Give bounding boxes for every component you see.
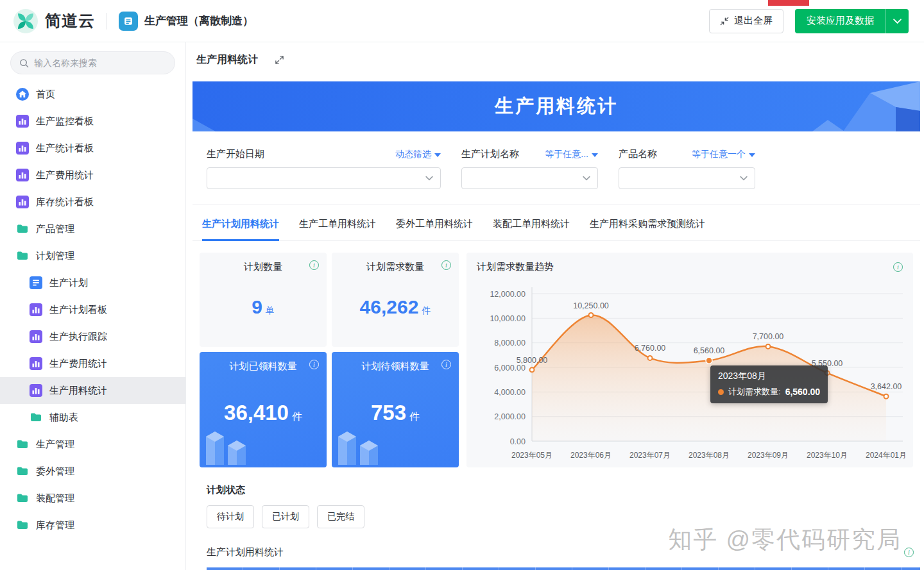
sidebar-item-label: 生产计划 bbox=[49, 277, 88, 289]
svg-text:8,000.00: 8,000.00 bbox=[494, 339, 526, 348]
install-dropdown-toggle[interactable] bbox=[886, 9, 909, 33]
status-filter-button[interactable]: 已计划 bbox=[262, 505, 309, 528]
install-app-label: 安装应用及数据 bbox=[795, 9, 886, 33]
sidebar-item[interactable]: 首页 bbox=[0, 81, 185, 108]
chevron-down-icon bbox=[583, 176, 590, 181]
sidebar-item[interactable]: 生产计划看板 bbox=[0, 296, 185, 323]
sidebar-item[interactable]: 生产费用统计 bbox=[0, 350, 185, 377]
sidebar-item-label: 委外管理 bbox=[36, 465, 74, 478]
search-icon bbox=[19, 58, 29, 68]
filter-operator-link[interactable]: 动态筛选 bbox=[395, 149, 441, 160]
info-icon[interactable] bbox=[441, 260, 451, 270]
search-input[interactable] bbox=[34, 58, 166, 68]
tab[interactable]: 生产工单用料统计 bbox=[299, 205, 376, 240]
status-filter-button[interactable]: 待计划 bbox=[207, 505, 254, 528]
folder-icon bbox=[16, 519, 29, 532]
sidebar-menu: 首页生产监控看板生产统计看板生产费用统计库存统计看板产品管理计划管理生产计划生产… bbox=[0, 81, 185, 539]
info-icon[interactable] bbox=[904, 548, 914, 557]
install-app-button[interactable]: 安装应用及数据 bbox=[795, 9, 909, 33]
sidebar-item[interactable]: 产品管理 bbox=[0, 215, 185, 242]
dashboard-icon bbox=[16, 142, 29, 155]
svg-text:10,250.00: 10,250.00 bbox=[573, 301, 609, 310]
info-icon[interactable] bbox=[309, 260, 319, 270]
svg-text:2023年06月: 2023年06月 bbox=[570, 451, 612, 460]
sidebar-item[interactable]: 生产费用统计 bbox=[0, 162, 185, 189]
chart-title: 计划需求数量趋势 bbox=[477, 261, 554, 273]
app-logo[interactable]: 简道云 bbox=[13, 8, 95, 34]
filter-head: 生产开始日期动态筛选 bbox=[207, 148, 441, 160]
filter-select[interactable] bbox=[461, 167, 598, 189]
exit-fullscreen-button[interactable]: 退出全屏 bbox=[709, 9, 783, 33]
banner-title: 生产用料统计 bbox=[495, 94, 618, 119]
page-title: 生产用料统计 bbox=[196, 53, 258, 67]
sidebar-item[interactable]: 辅助表 bbox=[0, 404, 185, 431]
sidebar-item-label: 生产费用统计 bbox=[36, 169, 94, 181]
sidebar-item[interactable]: 委外管理 bbox=[0, 458, 185, 485]
tab[interactable]: 生产计划用料统计 bbox=[202, 205, 279, 240]
filter-group: 产品名称等于任意一个 bbox=[619, 148, 755, 189]
filter-operator-link[interactable]: 等于任意... bbox=[545, 149, 598, 160]
info-icon[interactable] bbox=[309, 360, 319, 369]
stat-card: 计划已领料数量36,410件 bbox=[200, 352, 327, 467]
sidebar-item[interactable]: 生产计划 bbox=[0, 269, 185, 296]
svg-text:10,000.00: 10,000.00 bbox=[490, 314, 526, 323]
sidebar-item-label: 生产管理 bbox=[36, 439, 74, 451]
stats-dashboard: 计划数量9单计划需求数量46,262件计划已领料数量36,410件计划待领料数量… bbox=[200, 253, 913, 467]
filter-head: 产品名称等于任意一个 bbox=[619, 148, 755, 160]
sidebar-item[interactable]: 生产统计看板 bbox=[0, 135, 185, 162]
filter-select[interactable] bbox=[619, 167, 755, 189]
dashboard-icon bbox=[30, 357, 42, 370]
sidebar-item[interactable]: 生产监控看板 bbox=[0, 108, 185, 135]
stat-card-value: 9单 bbox=[252, 296, 275, 318]
tooltip-value: 6,560.00 bbox=[785, 387, 821, 397]
stat-card-unit: 件 bbox=[409, 411, 420, 422]
folder-icon bbox=[16, 222, 29, 235]
svg-text:6,560.00: 6,560.00 bbox=[694, 346, 725, 355]
status-filter-button[interactable]: 已完结 bbox=[317, 505, 364, 528]
sidebar-item-label: 库存管理 bbox=[36, 519, 74, 532]
svg-text:2023年10月: 2023年10月 bbox=[807, 451, 848, 460]
dashboard-icon bbox=[30, 330, 42, 343]
filter-operator-link[interactable]: 等于任意一个 bbox=[692, 149, 755, 160]
svg-text:2023年09月: 2023年09月 bbox=[748, 451, 789, 460]
sidebar-item[interactable]: 计划管理 bbox=[0, 242, 185, 269]
tab[interactable]: 委外工单用料统计 bbox=[396, 205, 473, 240]
filter-head: 生产计划名称等于任意... bbox=[461, 148, 598, 160]
sidebar-item[interactable]: 生产执行跟踪 bbox=[0, 323, 185, 350]
sidebar-item-label: 生产执行跟踪 bbox=[49, 331, 107, 343]
filter-operator-text: 等于任意... bbox=[545, 149, 588, 160]
dashboard-content: 生产用料统计 生产开始日期动态筛选生产计划名称等于任意...产品名称等于任意一个… bbox=[186, 78, 924, 570]
filter-select[interactable] bbox=[207, 167, 441, 189]
svg-text:6,760.00: 6,760.00 bbox=[635, 344, 666, 353]
info-icon[interactable] bbox=[893, 262, 903, 272]
notification-fragment bbox=[768, 0, 809, 6]
sidebar-search[interactable] bbox=[10, 51, 175, 74]
sidebar-item-label: 首页 bbox=[36, 88, 55, 101]
stat-card-value: 36,410件 bbox=[224, 401, 302, 425]
info-icon[interactable] bbox=[441, 360, 451, 369]
sidebar-item[interactable]: 生产管理 bbox=[0, 431, 185, 458]
table-title: 生产计划用料统计 bbox=[207, 546, 284, 558]
tab-bar: 生产计划用料统计生产工单用料统计委外工单用料统计装配工单用料统计生产用料采购需求… bbox=[193, 205, 920, 241]
chart-svg-wrap[interactable]: 12,000.0010,000.008,000.006,000.004,000.… bbox=[477, 274, 903, 469]
sidebar-item[interactable]: 库存统计看板 bbox=[0, 189, 185, 215]
dashboard-icon bbox=[16, 169, 29, 181]
fullscreen-expand-icon[interactable] bbox=[275, 55, 284, 65]
app-icon bbox=[119, 12, 138, 31]
filter-group: 生产开始日期动态筛选 bbox=[207, 148, 441, 189]
tab[interactable]: 装配工单用料统计 bbox=[493, 205, 570, 240]
jiandaoyun-logo-icon bbox=[13, 8, 38, 34]
stat-card-value: 46,262件 bbox=[360, 296, 431, 318]
stat-card: 计划需求数量46,262件 bbox=[332, 253, 459, 347]
stat-card-title: 计划数量 bbox=[244, 261, 282, 273]
caret-down-icon bbox=[592, 153, 598, 157]
table-header-row bbox=[207, 567, 920, 570]
sidebar-item[interactable]: 生产用料统计 bbox=[0, 377, 185, 404]
tab[interactable]: 生产用料采购需求预测统计 bbox=[590, 205, 705, 240]
sidebar-item[interactable]: 装配管理 bbox=[0, 485, 185, 512]
svg-text:7,700.00: 7,700.00 bbox=[753, 332, 784, 341]
sidebar-item[interactable]: 库存管理 bbox=[0, 512, 185, 539]
folder-icon bbox=[30, 411, 42, 424]
exit-fullscreen-icon bbox=[720, 17, 729, 26]
chevron-down-icon bbox=[893, 19, 902, 24]
